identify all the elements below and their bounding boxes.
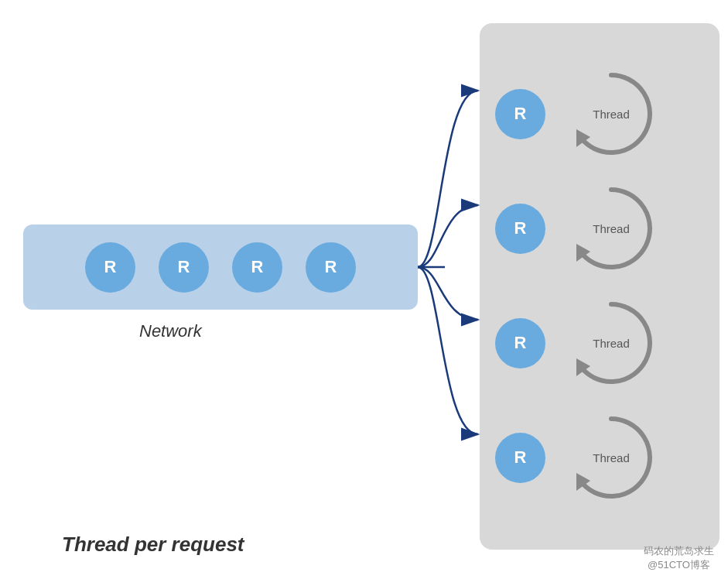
- network-r-circle-1: R: [85, 242, 135, 293]
- thread-r-circle-4: R: [495, 433, 545, 483]
- diagram-container: R Thread R Thread: [0, 0, 728, 586]
- thread-label-1: Thread: [593, 108, 630, 121]
- bottom-title: Thread per request: [62, 533, 244, 557]
- thread-r-circle-2: R: [495, 204, 545, 254]
- network-r-circle-3: R: [232, 242, 282, 293]
- thread-circle-3: Thread: [561, 293, 661, 393]
- network-r-circle-4: R: [306, 242, 356, 293]
- thread-row: R Thread: [480, 407, 719, 508]
- thread-label-4: Thread: [593, 451, 630, 464]
- thread-panel: R Thread R Thread: [480, 23, 719, 550]
- network-label: Network: [139, 321, 202, 341]
- thread-r-circle-3: R: [495, 318, 545, 368]
- thread-label-2: Thread: [593, 222, 630, 235]
- network-bar: R R R R: [23, 224, 418, 310]
- watermark-line2: @51CTO博客: [644, 558, 714, 572]
- thread-circle-1: Thread: [561, 63, 661, 164]
- thread-row: R Thread: [480, 63, 719, 164]
- thread-r-circle-1: R: [495, 89, 545, 139]
- thread-circle-2: Thread: [561, 178, 661, 279]
- watermark-line1: 码农的荒岛求生: [644, 544, 714, 558]
- thread-row: R Thread: [480, 293, 719, 393]
- thread-circle-4: Thread: [561, 407, 661, 508]
- network-r-circle-2: R: [159, 242, 209, 293]
- thread-row: R Thread: [480, 178, 719, 279]
- thread-label-3: Thread: [593, 337, 630, 350]
- watermark: 码农的荒岛求生 @51CTO博客: [644, 544, 714, 572]
